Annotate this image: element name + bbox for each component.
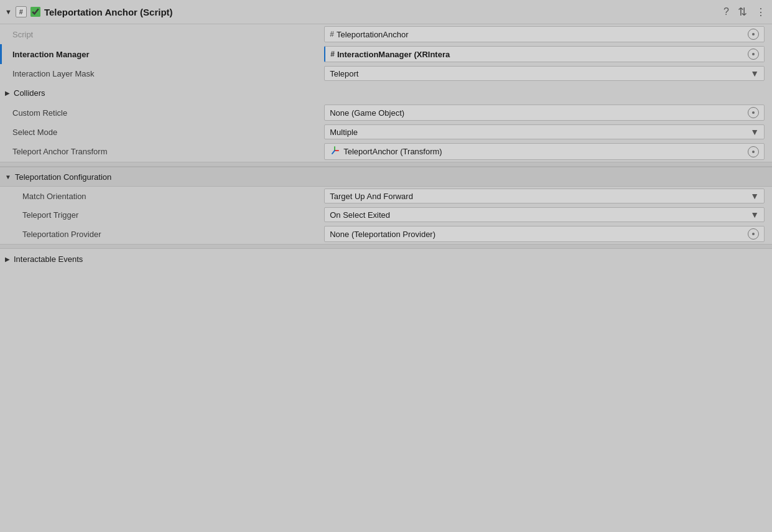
section-divider-2 xyxy=(0,244,772,249)
match-orientation-value-cell: Target Up And Forward ▼ xyxy=(324,187,772,205)
teleport-trigger-dropdown[interactable]: On Select Exited ▼ xyxy=(324,207,765,222)
teleport-trigger-arrow: ▼ xyxy=(750,210,759,220)
interaction-layer-mask-dropdown[interactable]: Teleport ▼ xyxy=(324,66,765,81)
interactable-events-section[interactable]: ▶ Interactable Events xyxy=(0,249,772,269)
interaction-manager-label-cell: Interaction Manager xyxy=(0,44,324,64)
match-orientation-dropdown[interactable]: Target Up And Forward ▼ xyxy=(324,189,765,203)
script-field[interactable]: # TeleportationAnchor xyxy=(324,26,765,42)
teleport-anchor-transform-target-button[interactable] xyxy=(748,146,759,157)
teleportation-configuration-section[interactable]: ▼ Teleportation Configuration xyxy=(0,167,772,187)
component-title: Teleportation Anchor (Script) xyxy=(44,7,719,17)
teleportation-configuration-label: Teleportation Configuration xyxy=(15,172,111,182)
script-hash-icon: # xyxy=(16,6,27,17)
script-target-button[interactable] xyxy=(748,29,759,40)
select-mode-value-cell: Multiple ▼ xyxy=(324,123,772,141)
teleport-trigger-label: Teleport Trigger xyxy=(0,205,324,224)
select-mode-arrow: ▼ xyxy=(750,127,759,137)
colliders-arrow: ▶ xyxy=(5,90,10,96)
component-enabled-checkbox[interactable] xyxy=(30,7,40,17)
header-actions: ? ⇅ ⋮ xyxy=(722,4,767,20)
interactable-events-arrow: ▶ xyxy=(5,256,10,263)
collapse-arrow[interactable]: ▼ xyxy=(5,8,12,16)
preset-button[interactable]: ⇅ xyxy=(737,4,748,20)
svg-line-2 xyxy=(332,151,335,154)
teleportation-provider-label: Teleportation Provider xyxy=(0,224,324,244)
teleport-anchor-transform-field[interactable]: TeleportAnchor (Transform) xyxy=(324,143,765,160)
section-divider xyxy=(0,162,772,167)
colliders-section[interactable]: ▶ Colliders xyxy=(0,83,772,103)
select-mode-label: Select Mode xyxy=(0,123,324,141)
interaction-layer-mask-label: Interaction Layer Mask xyxy=(0,64,324,83)
match-orientation-label: Match Orientation xyxy=(0,187,324,205)
teleportation-provider-value-cell: None (Teleportation Provider) xyxy=(324,224,772,244)
help-button[interactable]: ? xyxy=(722,5,730,19)
teleport-anchor-transform-label: Teleport Anchor Transform xyxy=(0,141,324,162)
teleport-anchor-transform-value-cell: TeleportAnchor (Transform) xyxy=(324,141,772,162)
interaction-manager-field[interactable]: # InteractionManager (XRIntera xyxy=(324,46,765,62)
colliders-label: Colliders xyxy=(14,88,45,98)
component-header: ▼ # Teleportation Anchor (Script) ? ⇅ ⋮ xyxy=(0,0,772,24)
custom-reticle-field[interactable]: None (Game Object) xyxy=(324,105,765,121)
teleportation-configuration-arrow: ▼ xyxy=(5,174,11,180)
teleportation-provider-target-button[interactable] xyxy=(748,228,759,240)
custom-reticle-target-button[interactable] xyxy=(748,107,759,118)
teleport-trigger-value-cell: On Select Exited ▼ xyxy=(324,205,772,224)
transform-icon xyxy=(330,146,340,157)
interaction-manager-target-button[interactable] xyxy=(748,49,759,60)
interaction-manager-value-cell: # InteractionManager (XRIntera xyxy=(324,44,772,64)
select-mode-dropdown[interactable]: Multiple ▼ xyxy=(324,124,765,139)
interaction-layer-mask-value-cell: Teleport ▼ xyxy=(324,64,772,83)
custom-reticle-label: Custom Reticle xyxy=(0,103,324,123)
properties-grid: Script # TeleportationAnchor Interaction… xyxy=(0,24,772,269)
interactable-events-label: Interactable Events xyxy=(14,254,83,264)
custom-reticle-value-cell: None (Game Object) xyxy=(324,103,772,123)
interaction-manager-label: Interaction Manager xyxy=(2,48,95,61)
teleportation-provider-field[interactable]: None (Teleportation Provider) xyxy=(324,226,765,242)
script-value-cell: # TeleportationAnchor xyxy=(324,24,772,44)
more-button[interactable]: ⋮ xyxy=(755,5,767,19)
script-label: Script xyxy=(0,24,324,44)
match-orientation-arrow: ▼ xyxy=(750,191,759,201)
inspector-panel: ▼ # Teleportation Anchor (Script) ? ⇅ ⋮ … xyxy=(0,0,772,269)
interaction-layer-mask-arrow: ▼ xyxy=(750,68,759,78)
